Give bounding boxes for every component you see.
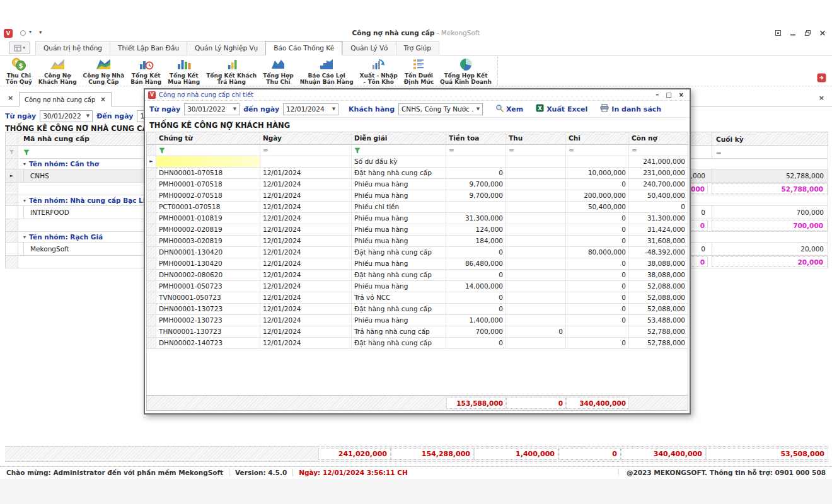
menu-tab-trợ-giúp[interactable]: Trợ Giúp (396, 41, 439, 55)
menu-tab-báo-cáo-thống-kê[interactable]: Báo Cáo Thống Kê (265, 41, 342, 55)
chevron-down-icon[interactable]: ▼ (231, 106, 239, 112)
table-row[interactable]: PMH00002-13072312/01/2024Phiếu mua hàng1… (147, 315, 688, 326)
tab-close-icon[interactable]: × (100, 93, 105, 106)
cell: 38,088,000 (629, 258, 688, 269)
ribbon-item-tổng-kết-bán-hàng[interactable]: Tổng KếtBán Hàng (127, 55, 165, 85)
pie-icon (458, 56, 474, 72)
filter-cell[interactable]: = (260, 145, 352, 156)
ribbon-item-báo-cáo-lợi-nhuận-bán-hàng[interactable]: Báo Cáo LợiNhuận Bán Hàng (297, 55, 357, 85)
column-header-thu[interactable]: Thu (506, 132, 566, 144)
from-date-input[interactable]: 30/01/2022▼ (40, 110, 93, 122)
chevron-down-icon[interactable]: ▼ (330, 106, 338, 112)
ribbon-item-thu-chi-tồn-quỹ[interactable]: $$Thu ChiTồn Quỹ (3, 55, 35, 85)
row-marker-cell (147, 292, 156, 303)
close-pane-icon[interactable]: × (819, 92, 824, 105)
view-button[interactable]: Xem (495, 104, 523, 114)
table-row[interactable]: DHN00001-13042012/01/2024Đặt hàng nhà cu… (147, 247, 688, 258)
menu-tab-thiết-lập-ban-đầu[interactable]: Thiết Lập Ban Đầu (110, 41, 187, 55)
table-row[interactable]: PCT00001-07051812/01/2024Phiếu chi tiền5… (147, 202, 688, 213)
filter-cell[interactable]: = (446, 145, 506, 156)
dialog-to-date-input[interactable]: 12/01/2024▼ (283, 103, 338, 115)
dialog-maximize-icon[interactable]: □ (666, 91, 671, 98)
ribbon-exit-icon[interactable] (817, 73, 826, 84)
row-marker-cell (147, 247, 156, 258)
ribbon-item-công-nợ-nhà-cung-cấp[interactable]: Công Nợ NhàCung Cấp (80, 55, 128, 85)
ribbon-item-tổng-kết-mua-hàng[interactable]: Tổng KếtMua Hàng (165, 55, 203, 85)
collapse-icon[interactable]: ▾ (23, 234, 26, 240)
table-row[interactable]: THN00001-13072312/01/2024Trả hàng nhà cu… (147, 326, 688, 338)
cell: Phiếu mua hàng (352, 224, 446, 235)
table-row[interactable]: DHN00002-14072312/01/2024Đặt hàng nhà cu… (147, 338, 688, 349)
table-row[interactable]: PMH00002-02081912/01/2024Phiếu mua hàng1… (147, 224, 688, 236)
customer-select[interactable]: CNHS, Công Ty Nước ...▼ (398, 103, 483, 115)
ribbon-item-tổng-hợp-thu-chi[interactable]: Tổng HợpThu Chi (260, 55, 296, 85)
filter-funnel-icon[interactable] (6, 146, 18, 158)
row-marker-cell: ► (6, 169, 18, 182)
column-header-cuoi-ky[interactable]: Cuối kỳ (712, 132, 828, 146)
table-row[interactable]: PMH00002-07051812/01/2024Phiếu mua hàng9… (147, 190, 688, 202)
cell: 12/01/2024 (260, 338, 352, 348)
close-icon[interactable] (819, 30, 826, 37)
row-marker-cell (147, 258, 156, 269)
column-header-chứng-từ[interactable]: Chứng từ (156, 132, 260, 144)
column-header-ngày[interactable]: Ngày (260, 132, 352, 144)
column-header-diễn-giải[interactable]: Diễn giải (352, 132, 446, 144)
cell: 10,000,000 (566, 168, 629, 178)
collapse-icon[interactable]: ▾ (23, 198, 26, 203)
filter-cell[interactable] (352, 145, 446, 156)
table-row[interactable]: DHN00001-13072312/01/2024Đặt hàng nhà cu… (147, 304, 688, 315)
table-row[interactable]: PMH00001-13042012/01/2024Phiếu mua hàng8… (147, 258, 688, 270)
table-row[interactable]: PMH00001-07051812/01/2024Phiếu mua hàng9… (147, 179, 688, 190)
close-all-tabs-icon[interactable]: × (8, 92, 13, 105)
fit-window-icon[interactable] (775, 30, 782, 37)
print-list-button[interactable]: In danh sách (600, 104, 661, 114)
dialog-title-bar[interactable]: V Công nợ nhà cung cấp chi tiết – □ × (145, 89, 690, 101)
column-header-còn-nợ[interactable]: Còn nợ (629, 132, 688, 144)
cell (506, 213, 566, 224)
row-marker-cell (6, 159, 18, 169)
table-row[interactable]: DHN00001-07051812/01/2024Đặt hàng nhà cu… (147, 168, 688, 179)
column-header-chi[interactable]: Chi (566, 132, 629, 144)
ribbon-item-tồn-dưới-định-mức[interactable]: Tồn DướiĐịnh Mức (401, 55, 437, 85)
ribbon-item-tổng-hợp-kết-quả-kinh-doanh[interactable]: Tổng Hợp KếtQuả Kinh Doanh (437, 55, 495, 85)
minimize-icon[interactable] (790, 30, 796, 37)
cell: Phiếu mua hàng (352, 281, 446, 292)
table-row[interactable]: TVN00001-05072312/01/2024Trả vỏ NCC0052,… (147, 292, 688, 304)
ribbon-item-xuất---nhập---tồn-kho[interactable]: Xuất - Nhập- Tồn Kho (357, 55, 401, 85)
chevron-down-icon[interactable]: ▼ (474, 106, 482, 112)
column-header-tiền-toa[interactable]: Tiền toa (446, 132, 506, 144)
menu-tab-quản-trị-hệ-thống[interactable]: Quản trị hệ thống (35, 41, 110, 55)
chevron-down-icon[interactable]: ▼ (84, 113, 92, 118)
cell (506, 236, 566, 246)
table-row[interactable]: DHN00002-08062012/01/2024Đặt hàng nhà cu… (147, 270, 688, 281)
collapse-icon[interactable]: ▾ (23, 161, 26, 167)
customer-debt-table: Chứng từNgàyDiễn giảiTiền toaThuChiCòn n… (146, 132, 688, 349)
ribbon-item-tổng-kết-khách-trả-hàng[interactable]: Tổng Kết KháchTrả Hàng (203, 55, 260, 85)
filter-cell[interactable]: = (712, 146, 828, 158)
table-row[interactable]: PMH00001-01081912/01/2024Phiếu mua hàng3… (147, 213, 688, 224)
cell (506, 202, 566, 212)
menu-tab-quản-lý-nghiệp-vụ[interactable]: Quản Lý Nghiệp Vụ (187, 41, 265, 55)
cell: 12/01/2024 (260, 213, 352, 224)
filter-cell[interactable]: = (566, 145, 629, 156)
filter-cell[interactable]: = (629, 145, 688, 156)
cell (506, 292, 566, 303)
filter-cell[interactable] (156, 145, 260, 156)
menu-tab-quản-lý-vỏ[interactable]: Quản Lý Vỏ (342, 41, 395, 55)
table-row[interactable]: ►Số dư đầu kỳ241,000,000 (147, 156, 688, 168)
ribbon-item-công-nợ-khách-hàng[interactable]: Công NợKhách Hàng (35, 55, 80, 85)
filter-cell[interactable]: = (506, 145, 566, 156)
ribbon-item-label: Cung Cấp (88, 79, 118, 85)
table-row[interactable]: PMH00001-05072312/01/2024Phiếu mua hàng1… (147, 281, 688, 292)
application-menu-button[interactable]: ▾ (9, 42, 30, 54)
table-row[interactable]: PMH00003-02081912/01/2024Phiếu mua hàng1… (147, 236, 688, 247)
document-tab[interactable]: Công nợ nhà cung cấp × (19, 92, 112, 106)
dialog-from-date-input[interactable]: 30/01/2022▼ (184, 103, 240, 115)
cuoi-ky-cell: 20,000 (712, 243, 828, 255)
dialog-minimize-icon[interactable]: – (656, 91, 659, 98)
dialog-close-icon[interactable]: × (679, 91, 684, 98)
ribbon-item-label: Quả Kinh Doanh (440, 79, 492, 85)
restore-icon[interactable] (804, 30, 811, 37)
svg-text:$: $ (18, 62, 23, 69)
export-excel-button[interactable]: X Xuất Excel (536, 104, 587, 114)
